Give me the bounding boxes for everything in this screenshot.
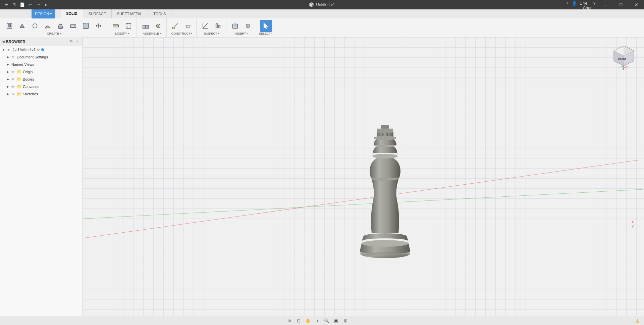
construct-dropdown-arrow[interactable]: ▾ (191, 32, 192, 35)
root-expand-arrow[interactable]: ▼ (2, 48, 7, 51)
canvases-folder-icon: 📁 (17, 84, 22, 89)
bodies-eye-icon[interactable]: 👁 (11, 78, 17, 81)
undo-button[interactable]: ↩ (27, 1, 34, 8)
inspect-group-label[interactable]: INSPECT ▾ (204, 32, 219, 35)
design-dropdown-arrow[interactable]: ▾ (50, 11, 52, 16)
fillet-button[interactable] (80, 20, 92, 32)
browser-item-sketches[interactable]: ▶ 👁 📁 Sketches (0, 90, 83, 98)
construct-group-label[interactable]: CONSTRUCT ▾ (171, 32, 193, 35)
root-settings-icon[interactable]: ⚙ (37, 48, 40, 52)
view-cube[interactable]: FRONT X Y Z (610, 44, 637, 71)
app-menu-button[interactable]: ☰ (3, 1, 9, 8)
origin-display-button[interactable]: ⊕ (285, 317, 293, 325)
modify-btn2[interactable] (122, 20, 135, 32)
inspect-btn2[interactable] (212, 20, 224, 32)
sketches-eye-icon[interactable]: 👁 (11, 92, 17, 96)
redo-button[interactable]: ↪ (35, 1, 42, 8)
help-button[interactable]: ? (591, 0, 598, 7)
loft-button[interactable] (54, 20, 66, 32)
modify-btn1[interactable] (110, 20, 122, 32)
modify-group: MODIFY ▾ (108, 18, 137, 37)
profile-button[interactable]: 👤 (571, 0, 578, 7)
origin-expand[interactable]: ▶ (7, 70, 11, 74)
browser-eye-icon[interactable]: 👁 (68, 39, 74, 44)
sweep-button[interactable] (42, 20, 54, 32)
pan-button[interactable]: ✋ (304, 317, 312, 325)
select-dropdown-arrow[interactable]: ▾ (271, 32, 273, 35)
select-group-label[interactable]: SELECT ▾ (259, 32, 273, 35)
main-area: ◀ BROWSER 👁 | ▼ 👁 🗂 Untitled v1 ⚙ ▶ ⚙ Do… (0, 37, 644, 316)
svg-text:FRONT: FRONT (618, 58, 627, 60)
browser-item-named-views[interactable]: ▶ Named Views (0, 61, 83, 68)
more-button[interactable]: ▸ (43, 1, 50, 8)
named-views-expand[interactable]: ▶ (7, 63, 11, 66)
root-label: Untitled v1 (18, 48, 36, 52)
inspect-btn1[interactable] (199, 20, 211, 32)
warning-button[interactable]: ⚠ (633, 317, 641, 325)
svg-point-15 (158, 25, 159, 27)
browser-collapse-arrow[interactable]: ◀ (2, 40, 5, 43)
named-views-label: Named Views (11, 62, 34, 66)
file-menu-button[interactable]: 📄 (19, 1, 25, 8)
close-button[interactable]: ✕ (629, 0, 644, 9)
root-eye-icon[interactable]: 👁 (7, 48, 12, 52)
create-dropdown-arrow[interactable]: ▾ (60, 32, 61, 35)
insert-btn2[interactable] (242, 20, 254, 32)
grid-apps-button[interactable]: ⊞ (11, 1, 17, 8)
browser-item-canvases[interactable]: ▶ 👁 📁 Canvases (0, 83, 83, 90)
more-display-button[interactable]: ⋯ (351, 317, 359, 325)
insert-dropdown-arrow[interactable]: ▾ (247, 32, 248, 35)
minimize-button[interactable]: – (598, 0, 613, 9)
assemble-group-label[interactable]: ASSEMBLE ▾ (143, 32, 161, 35)
design-button[interactable]: DESIGN ▾ (32, 9, 55, 18)
maximize-button[interactable]: □ (613, 0, 629, 9)
move-button[interactable] (93, 20, 105, 32)
tab-solid[interactable]: SOLID (61, 9, 83, 18)
canvases-expand[interactable]: ▶ (7, 85, 11, 88)
create-group-label[interactable]: CREATE ▾ (47, 32, 61, 35)
hole-button[interactable] (67, 20, 79, 32)
assemble-dropdown-arrow[interactable]: ▾ (160, 32, 161, 35)
modify-group-label[interactable]: MODIFY ▾ (115, 32, 129, 35)
svg-rect-39 (381, 125, 389, 129)
browser-item-origin[interactable]: ▶ 👁 📁 Origin (0, 68, 83, 76)
construct-btn2[interactable] (182, 20, 194, 32)
tab-surface[interactable]: SURFACE (83, 9, 112, 18)
sketches-label: Sketches (23, 92, 38, 96)
browser-item-bodies[interactable]: ▶ 👁 📁 Bodies (0, 76, 83, 83)
assemble-btn2[interactable] (152, 20, 164, 32)
bodies-expand[interactable]: ▶ (7, 78, 11, 81)
doc-settings-label: Document Settings (17, 55, 48, 59)
revolve-button[interactable] (29, 20, 41, 32)
extrude-button[interactable] (16, 20, 28, 32)
insert-group-label[interactable]: INSERT ▾ (235, 32, 248, 35)
inspect-group: INSPECT ▾ (197, 18, 226, 37)
origin-eye-icon[interactable]: 👁 (11, 70, 17, 74)
grid-lines-button[interactable]: ⊞ (341, 317, 350, 325)
construct-btn1[interactable] (169, 20, 181, 32)
svg-rect-11 (143, 25, 145, 28)
modify-dropdown-arrow[interactable]: ▾ (128, 32, 129, 35)
zoom-button[interactable]: 🔍 (323, 317, 331, 325)
new-component-button[interactable] (3, 20, 15, 32)
svg-rect-19 (186, 25, 190, 28)
doc-settings-expand[interactable]: ▶ (7, 55, 11, 59)
tab-tools[interactable]: TOOLS (148, 9, 171, 18)
browser-separator: | (75, 39, 80, 44)
inspect-dropdown-arrow[interactable]: ▾ (218, 32, 219, 35)
titlebar: ☰ ⊞ 📄 ↩ ↪ ▸ 🎲 Untitled v1 + 👤 1 Koh Ye C… (0, 0, 644, 9)
snap-button[interactable]: ⌖ (313, 317, 321, 325)
canvases-eye-icon[interactable]: 👁 (11, 85, 17, 89)
assemble-btn1[interactable] (140, 20, 152, 32)
insert-btn1[interactable] (229, 20, 241, 32)
browser-item-root[interactable]: ▼ 👁 🗂 Untitled v1 ⚙ (0, 46, 83, 53)
browser-item-doc-settings[interactable]: ▶ ⚙ Document Settings (0, 53, 83, 61)
new-tab-button[interactable]: + (564, 0, 571, 7)
grid-display-button[interactable]: ⊡ (294, 317, 303, 325)
svg-rect-9 (83, 23, 89, 29)
select-button[interactable] (260, 20, 272, 32)
tab-sheet-metal[interactable]: SHEET METAL (112, 9, 148, 18)
sketches-expand[interactable]: ▶ (7, 92, 11, 96)
display-mode-button[interactable]: ▣ (332, 317, 340, 325)
viewport[interactable]: X Y (83, 37, 644, 316)
